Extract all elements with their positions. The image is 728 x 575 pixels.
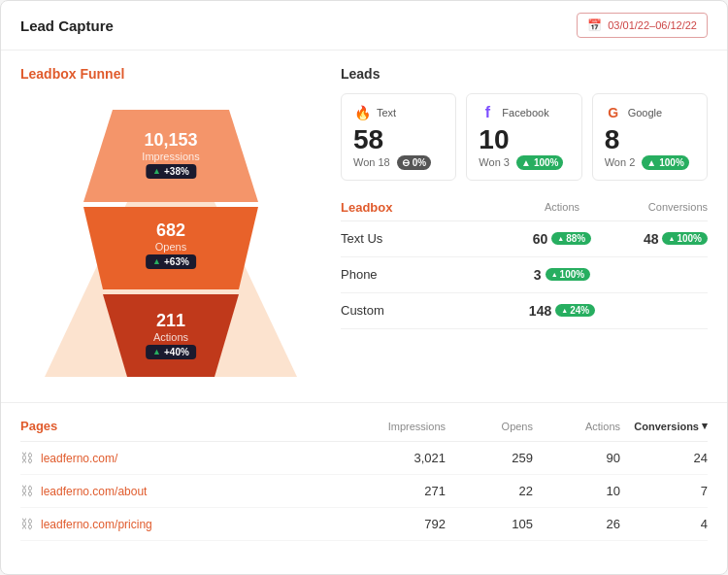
pages-row-2: ⛓ leadferno.com/pricing 792 105 26 4: [20, 508, 708, 541]
date-range-label: 03/01/22–06/12/22: [608, 19, 697, 31]
pages-title: Pages: [20, 419, 358, 433]
lead-card-text: 🔥 Text 58 Won 18 ⊖ 0%: [341, 93, 456, 181]
leadbox-textus-actions-badge: 88%: [551, 232, 591, 245]
lead-card-facebook: f Facebook 10 Won 3 ▲ 100%: [466, 93, 581, 181]
pages-row-conversions-1: 7: [620, 484, 708, 498]
leadbox-row-phone: Phone 3 100%: [341, 257, 708, 293]
link-icon: ⛓: [20, 451, 33, 465]
funnel-opens-label: 682 Opens ▲ +63%: [146, 221, 196, 269]
funnel-actions-badge: ▲ +40%: [146, 345, 196, 359]
leadbox-row-custom-name: Custom: [341, 303, 513, 318]
lead-card-text-header: 🔥 Text: [353, 104, 444, 121]
leadbox-col-actions: Actions: [513, 201, 611, 213]
main-content: Leadbox Funnel: [1, 51, 727, 402]
leadbox-row-custom: Custom 148 24%: [341, 293, 708, 329]
pages-row-impressions-1: 271: [358, 484, 446, 498]
fire-icon: 🔥: [353, 104, 371, 121]
right-section: Leads 🔥 Text 58 Won 18 ⊖ 0%: [341, 66, 708, 387]
leadbox-row-custom-actions: 148 24%: [513, 303, 611, 319]
lead-card-google: G Google 8 Won 2 ▲ 100%: [592, 93, 708, 181]
pages-col-opens: Opens: [446, 421, 533, 432]
pages-row-0: ⛓ leadferno.com/ 3,021 259 90 24: [20, 442, 708, 475]
page-title: Lead Capture: [20, 17, 114, 34]
leads-cards: 🔥 Text 58 Won 18 ⊖ 0% f: [341, 93, 708, 181]
leadbox-row-textus-name: Text Us: [341, 231, 513, 246]
leadbox-row-textus-actions: 60 88%: [513, 231, 611, 247]
pages-col-conversions: Conversions ▾: [620, 420, 708, 432]
lead-card-google-header: G Google: [605, 104, 695, 121]
funnel-actions-value: 211: [156, 312, 185, 331]
date-range-button[interactable]: 📅 03/01/22–06/12/22: [577, 13, 708, 38]
pages-row-url-1[interactable]: leadferno.com/about: [41, 485, 147, 498]
pages-row-impressions-2: 792: [358, 517, 446, 531]
pages-row-link-2: ⛓ leadferno.com/pricing: [20, 517, 358, 531]
facebook-icon: f: [479, 104, 496, 121]
funnel-opens-text: Opens: [155, 241, 186, 253]
leadbox-row-phone-actions: 3 100%: [513, 267, 611, 283]
pages-section: Pages Impressions Opens Actions Conversi…: [1, 402, 727, 557]
funnel-container: 10,153 Impressions ▲ +38% 682 Opens ▲: [20, 95, 321, 387]
pages-row-1: ⛓ leadferno.com/about 271 22 10 7: [20, 475, 708, 508]
funnel-actions-label: 211 Actions ▲ +40%: [146, 312, 196, 359]
arrow-up-icon-opens: ▲: [152, 256, 161, 266]
lead-card-facebook-badge: ▲ 100%: [516, 155, 563, 170]
pages-header: Pages Impressions Opens Actions Conversi…: [20, 419, 708, 442]
pages-row-opens-0: 259: [446, 451, 533, 465]
funnel-section: Leadbox Funnel: [20, 66, 321, 387]
lead-card-google-badge: ▲ 100%: [642, 155, 688, 170]
lead-card-text-badge: ⊖ 0%: [397, 155, 431, 170]
pages-row-url-0[interactable]: leadferno.com/: [41, 452, 117, 465]
lead-card-google-count: 8: [605, 125, 695, 155]
pages-col-impressions: Impressions: [358, 421, 446, 432]
funnel-opens-badge: ▲ +63%: [146, 254, 196, 269]
google-icon: G: [605, 104, 622, 121]
funnel-impressions-badge: ▲ +38%: [146, 164, 196, 179]
leadbox-title: Leadbox: [341, 200, 513, 215]
leadbox-col-conversions: Conversions: [611, 201, 708, 213]
funnel-opens-value: 682: [156, 221, 185, 241]
lead-card-facebook-won: Won 3 ▲ 100%: [479, 155, 569, 170]
lead-card-text-won: Won 18 ⊖ 0%: [353, 155, 444, 170]
lead-card-facebook-header: f Facebook: [479, 104, 569, 121]
lead-card-text-count: 58: [353, 125, 444, 155]
pages-col-actions: Actions: [533, 421, 620, 432]
arrow-up-icon-actions: ▲: [152, 347, 161, 356]
pages-row-actions-2: 26: [533, 517, 620, 531]
funnel-actions-text: Actions: [153, 331, 188, 343]
leads-title: Leads: [341, 66, 708, 82]
funnel-svg-wrapper: 10,153 Impressions ▲ +38% 682 Opens ▲: [35, 100, 307, 382]
pages-row-opens-2: 105: [446, 517, 533, 531]
lead-card-facebook-source: Facebook: [502, 107, 548, 118]
pages-row-link-0: ⛓ leadferno.com/: [20, 451, 358, 465]
header: Lead Capture 📅 03/01/22–06/12/22: [1, 1, 727, 51]
minus-icon: ⊖: [402, 157, 410, 168]
leadbox-custom-actions-badge: 24%: [555, 304, 595, 317]
link-icon: ⛓: [20, 484, 33, 498]
lead-card-facebook-count: 10: [479, 125, 569, 155]
lead-card-google-won: Won 2 ▲ 100%: [605, 155, 695, 170]
pages-row-url-2[interactable]: leadferno.com/pricing: [41, 518, 152, 531]
lead-card-text-source: Text: [377, 107, 396, 118]
leadbox-textus-conv-badge: 100%: [662, 232, 708, 245]
leadbox-row-phone-name: Phone: [341, 267, 513, 282]
pages-row-conversions-2: 4: [620, 517, 708, 531]
pages-row-link-1: ⛓ leadferno.com/about: [20, 484, 358, 498]
lead-card-google-source: Google: [628, 107, 662, 118]
link-icon: ⛓: [20, 517, 33, 531]
leadbox-header: Leadbox Actions Conversions: [341, 200, 708, 221]
leadbox-section: Leadbox Actions Conversions Text Us 60 8…: [341, 200, 708, 329]
arrow-up-icon: ▲: [152, 166, 161, 176]
funnel-impressions-label: 10,153 Impressions ▲ +38%: [142, 131, 199, 179]
arrow-up-icon: ▲: [521, 157, 531, 168]
calendar-icon: 📅: [587, 18, 602, 32]
arrow-up-icon: ▲: [646, 157, 656, 168]
leadbox-row-textus-conversions: 48 100%: [611, 231, 708, 247]
funnel-impressions-value: 10,153: [144, 131, 197, 151]
page-container: Lead Capture 📅 03/01/22–06/12/22 Leadbox…: [0, 0, 728, 575]
pages-row-impressions-0: 3,021: [358, 451, 446, 465]
pages-row-actions-0: 90: [533, 451, 620, 465]
sort-down-icon[interactable]: ▾: [702, 420, 708, 432]
pages-row-actions-1: 10: [533, 484, 620, 498]
funnel-title: Leadbox Funnel: [20, 66, 321, 82]
leadbox-phone-actions-badge: 100%: [546, 268, 591, 281]
